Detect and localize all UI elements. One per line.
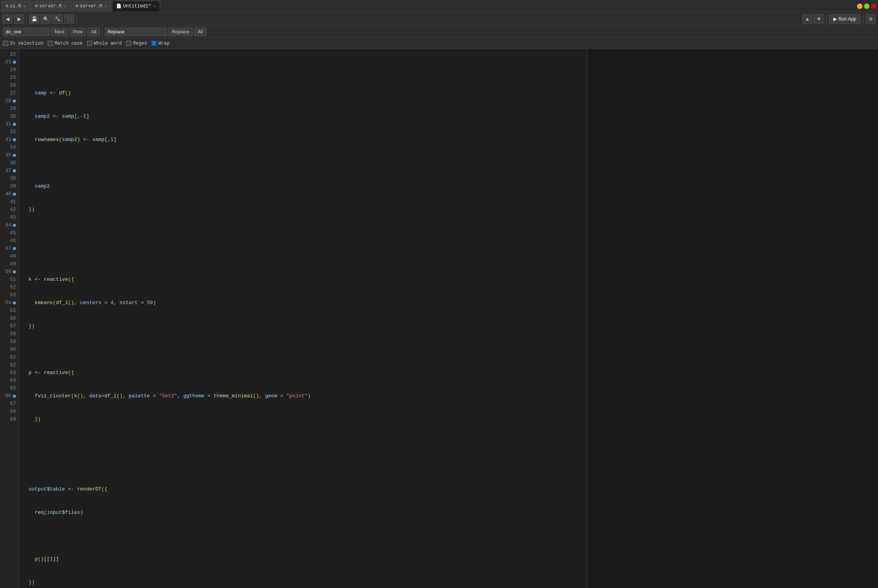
ln-60: 60 xyxy=(0,346,19,353)
ln-54: 54 xyxy=(0,299,19,307)
editor-main[interactable]: 22 23 24 25 26 27 28 29 30 31 32 33 34 3… xyxy=(0,49,587,588)
ln-56: 56 xyxy=(0,315,19,322)
line-34 xyxy=(23,346,587,353)
tools-button[interactable]: 🔧 xyxy=(52,14,63,24)
ln-43: 43 xyxy=(0,214,19,221)
forward-button[interactable]: ▶ xyxy=(14,14,24,24)
ln-69: 69 xyxy=(0,416,19,423)
back-button[interactable]: ◀ xyxy=(2,14,12,24)
ln-35: 35 xyxy=(0,151,19,159)
tab-untitled-1-close[interactable]: ✕ xyxy=(153,4,156,9)
ln-50: 50 xyxy=(0,268,19,276)
code-content[interactable]: samp <- df() samp2 <- samp[,-1] rownames… xyxy=(19,49,587,588)
line-44: }) xyxy=(23,579,587,586)
ln-67: 67 xyxy=(0,400,19,408)
ui-r-icon: R xyxy=(6,4,9,9)
line-35: p <- reactive({ xyxy=(23,369,587,377)
wrap-checkbox[interactable]: ✓ xyxy=(152,41,157,46)
minimize-btn[interactable] xyxy=(857,3,862,9)
line-38 xyxy=(23,439,587,447)
find-bar: Next Prev All Replace All xyxy=(0,26,878,38)
in-selection-option[interactable]: In selection xyxy=(3,41,43,46)
line-31: k <- reactive({ xyxy=(23,276,587,284)
ln-28: 28 xyxy=(0,97,19,105)
search-button[interactable]: 🔍 xyxy=(41,14,51,24)
ln-57: 57 xyxy=(0,322,19,330)
ln-31: 31 xyxy=(0,120,19,128)
prev-button[interactable]: Prev xyxy=(70,28,86,36)
line-30 xyxy=(23,252,587,260)
tab-untitled-1[interactable]: 📄 Untitled1* ✕ xyxy=(112,1,160,12)
ln-32: 32 xyxy=(0,128,19,136)
ln-59: 59 xyxy=(0,338,19,346)
editor-container: 22 23 24 25 26 27 28 29 30 31 32 33 34 3… xyxy=(0,49,878,588)
ln-30: 30 xyxy=(0,113,19,120)
ln-24: 24 xyxy=(0,66,19,74)
run-app-button[interactable]: ▶ Run App xyxy=(829,14,861,24)
separator-1 xyxy=(26,15,27,23)
tab-server-r-1[interactable]: R server.R ✕ xyxy=(31,1,70,12)
in-selection-checkbox[interactable] xyxy=(3,41,8,46)
ln-34: 34 xyxy=(0,144,19,151)
server-r-2-icon: R xyxy=(76,4,78,9)
ln-38: 38 xyxy=(0,175,19,183)
replace-input[interactable] xyxy=(105,28,167,36)
ln-66: 66 xyxy=(0,392,19,400)
whole-word-label: Whole word xyxy=(94,41,122,46)
ln-41: 41 xyxy=(0,198,19,206)
down-arrow-button[interactable]: ▼ xyxy=(814,14,824,24)
regex-checkbox[interactable] xyxy=(126,41,131,46)
tab-server-r-2-close[interactable]: ✕ xyxy=(105,4,107,9)
ln-39: 39 xyxy=(0,183,19,190)
tab-server-r-2-label: server.R xyxy=(80,3,102,9)
ln-37: 37 xyxy=(0,167,19,175)
window-controls xyxy=(857,3,876,9)
separator-2 xyxy=(77,15,77,23)
ln-61: 61 xyxy=(0,353,19,361)
close-win-btn[interactable] xyxy=(871,3,876,9)
line-26 xyxy=(23,159,587,167)
maximize-btn[interactable] xyxy=(864,3,869,9)
next-button[interactable]: Next xyxy=(51,28,68,36)
whole-word-checkbox[interactable] xyxy=(87,41,92,46)
wrap-option[interactable]: ✓ Wrap xyxy=(152,41,169,46)
save-button[interactable]: 💾 xyxy=(29,14,39,24)
tab-ui-r-close[interactable]: ✕ xyxy=(23,4,26,9)
whole-word-option[interactable]: Whole word xyxy=(87,41,122,46)
line-23: samp <- df() xyxy=(23,89,587,97)
tab-ui-r[interactable]: R ui.R ✕ xyxy=(2,1,30,12)
match-case-option[interactable]: Match case xyxy=(48,41,82,46)
line-43: p()[[1]] xyxy=(23,555,587,563)
ln-68: 68 xyxy=(0,408,19,416)
ln-27: 27 xyxy=(0,89,19,97)
line-36: fviz_cluster(k(), data=df_l(), palette =… xyxy=(23,392,587,400)
tab-untitled-1-label: Untitled1* xyxy=(123,3,151,9)
replace-button[interactable]: Replace xyxy=(169,28,193,36)
match-case-checkbox[interactable] xyxy=(48,41,53,46)
line-40: output$table <- renderDT({ xyxy=(23,485,587,493)
stop-button[interactable]: ⬛ xyxy=(64,14,74,24)
untitled-1-icon: 📄 xyxy=(116,3,122,9)
ln-58: 58 xyxy=(0,330,19,338)
run-app-label: Run App xyxy=(838,16,856,22)
settings-button[interactable]: ⚙ xyxy=(866,14,876,24)
all-find-button[interactable]: All xyxy=(87,28,99,36)
wrap-label: Wrap xyxy=(158,41,169,46)
ln-25: 25 xyxy=(0,74,19,82)
line-24: samp2 <- samp[,-1] xyxy=(23,113,587,120)
regex-option[interactable]: Regex xyxy=(126,41,147,46)
search-input[interactable] xyxy=(3,28,50,36)
ln-62: 62 xyxy=(0,361,19,369)
line-39 xyxy=(23,462,587,470)
server-r-1-icon: R xyxy=(35,4,38,9)
code-area: 22 23 24 25 26 27 28 29 30 31 32 33 34 3… xyxy=(0,49,587,588)
separator-4 xyxy=(863,15,863,23)
ln-44: 44 xyxy=(0,221,19,229)
replace-all-button[interactable]: All xyxy=(194,28,206,36)
up-arrow-button[interactable]: ▲ xyxy=(802,14,812,24)
ln-40: 40 xyxy=(0,190,19,198)
right-panel xyxy=(587,49,878,588)
tab-server-r-1-close[interactable]: ✕ xyxy=(64,4,66,9)
tab-server-r-2[interactable]: R server.R ✕ xyxy=(71,1,111,12)
line-numbers: 22 23 24 25 26 27 28 29 30 31 32 33 34 3… xyxy=(0,49,19,588)
